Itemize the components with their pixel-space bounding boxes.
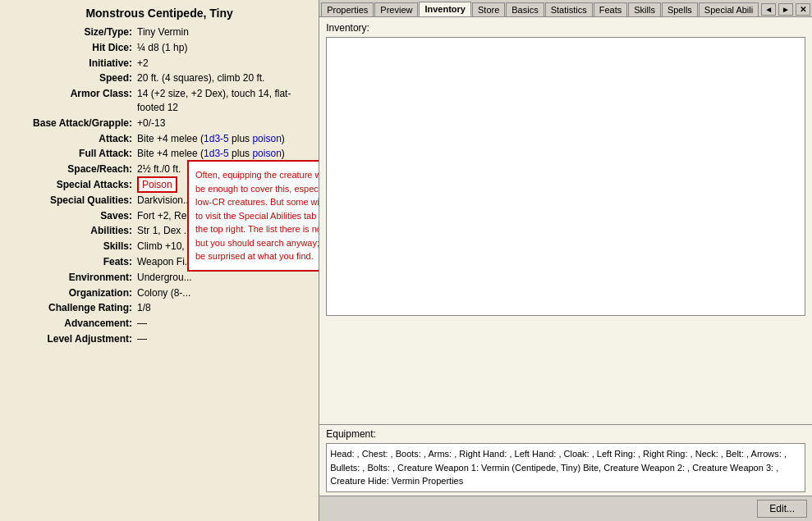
stat-label: Saves:: [3, 208, 135, 224]
table-row: Hit Dice: ¼ d8 (1 hp): [3, 40, 315, 56]
inventory-section: Inventory:: [319, 17, 812, 424]
table-row: Initiative: +2: [3, 56, 315, 71]
stat-value: 1/8: [135, 300, 315, 316]
stat-label: Special Qualities:: [3, 193, 135, 208]
tab-skills[interactable]: Skills: [628, 2, 661, 16]
full-attack-poison-link[interactable]: poison: [252, 148, 281, 159]
tab-preview[interactable]: Preview: [374, 2, 418, 16]
stat-label: Full Attack:: [3, 146, 135, 162]
stat-value: Undergrou...: [135, 270, 315, 286]
tooltip-box: Often, equipping the creature weapon wil…: [187, 160, 319, 272]
tab-special-abili[interactable]: Special Abili: [699, 2, 759, 16]
tooltip-text: Often, equipping the creature weapon wil…: [195, 170, 319, 261]
tab-statistics[interactable]: Statistics: [545, 2, 593, 16]
tab-store[interactable]: Store: [472, 2, 505, 16]
stat-value: +0/-13: [135, 116, 315, 131]
creature-title: Monstrous Centipede, Tiny: [3, 7, 315, 20]
tab-bar: Properties Preview Inventory Store Basic…: [319, 0, 812, 17]
table-row: Attack: Bite +4 melee (1d3-5 plus poison…: [3, 131, 315, 147]
edit-button[interactable]: Edit...: [757, 500, 807, 518]
poison-highlight: Poison: [137, 176, 177, 193]
right-panel: Properties Preview Inventory Store Basic…: [319, 0, 812, 521]
tab-close-button[interactable]: ✕: [796, 3, 810, 16]
table-row: Level Adjustment: —: [3, 331, 315, 347]
table-row: Base Attack/Grapple: +0/-13: [3, 116, 315, 131]
stat-label: Special Attacks:: [3, 177, 135, 193]
stat-value: ¼ d8 (1 hp): [135, 40, 315, 56]
table-row: Size/Type: Tiny Vermin: [3, 25, 315, 40]
inventory-textarea[interactable]: [326, 37, 805, 316]
table-row: Advancement: —: [3, 316, 315, 331]
stat-label: Environment:: [3, 270, 135, 286]
table-row: Challenge Rating: 1/8: [3, 300, 315, 316]
stat-value: —: [135, 331, 315, 347]
tab-properties[interactable]: Properties: [321, 2, 374, 16]
tab-prev-button[interactable]: ◄: [761, 3, 776, 16]
table-row: Environment: Undergrou...: [3, 270, 315, 286]
stat-value: Colony (8-...: [135, 286, 315, 301]
tab-next-button[interactable]: ►: [778, 3, 793, 16]
stat-label: Challenge Rating:: [3, 300, 135, 316]
tab-basics[interactable]: Basics: [506, 2, 544, 16]
stat-value: Tiny Vermin: [135, 25, 315, 40]
tab-spells[interactable]: Spells: [662, 2, 698, 16]
stat-value: 14 (+2 size, +2 Dex), touch 14, flat-foo…: [135, 86, 315, 116]
table-row: Organization: Colony (8-...: [3, 286, 315, 301]
stat-label: Initiative:: [3, 56, 135, 71]
stat-value: +2: [135, 56, 315, 71]
stat-label: Abilities:: [3, 223, 135, 239]
equipment-section: Equipment: Head: , Chest: , Boots: , Arm…: [319, 424, 812, 496]
stat-label: Armor Class:: [3, 86, 135, 116]
stat-label: Level Adjustment:: [3, 331, 135, 347]
stat-value: —: [135, 316, 315, 331]
stat-label: Organization:: [3, 286, 135, 301]
stat-label: Size/Type:: [3, 25, 135, 40]
attack-poison-link[interactable]: poison: [252, 133, 281, 144]
stat-value: 20 ft. (4 squares), climb 20 ft.: [135, 71, 315, 86]
stat-label: Hit Dice:: [3, 40, 135, 56]
bottom-bar: Edit...: [319, 496, 812, 521]
stat-value: Bite +4 melee (1d3-5 plus poison): [135, 131, 315, 147]
stat-label: Feats:: [3, 254, 135, 270]
table-row: Speed: 20 ft. (4 squares), climb 20 ft.: [3, 71, 315, 86]
stat-label: Space/Reach:: [3, 162, 135, 177]
full-attack-damage-link[interactable]: 1d3-5: [204, 148, 229, 159]
attack-damage-link[interactable]: 1d3-5: [204, 133, 229, 144]
tab-inventory[interactable]: Inventory: [419, 2, 471, 16]
equipment-label: Equipment:: [326, 428, 805, 440]
inventory-label: Inventory:: [326, 22, 805, 34]
stat-label: Base Attack/Grapple:: [3, 116, 135, 131]
stat-label: Skills:: [3, 239, 135, 254]
left-panel: Monstrous Centipede, Tiny Size/Type: Tin…: [0, 0, 319, 521]
stat-label: Attack:: [3, 131, 135, 147]
stat-label: Speed:: [3, 71, 135, 86]
stat-label: Advancement:: [3, 316, 135, 331]
tab-feats[interactable]: Feats: [594, 2, 628, 16]
table-row: Armor Class: 14 (+2 size, +2 Dex), touch…: [3, 86, 315, 116]
equipment-content: Head: , Chest: , Boots: , Arms: , Right …: [326, 443, 805, 492]
content-area: Inventory: Equipment: Head: , Chest: , B…: [319, 17, 812, 496]
